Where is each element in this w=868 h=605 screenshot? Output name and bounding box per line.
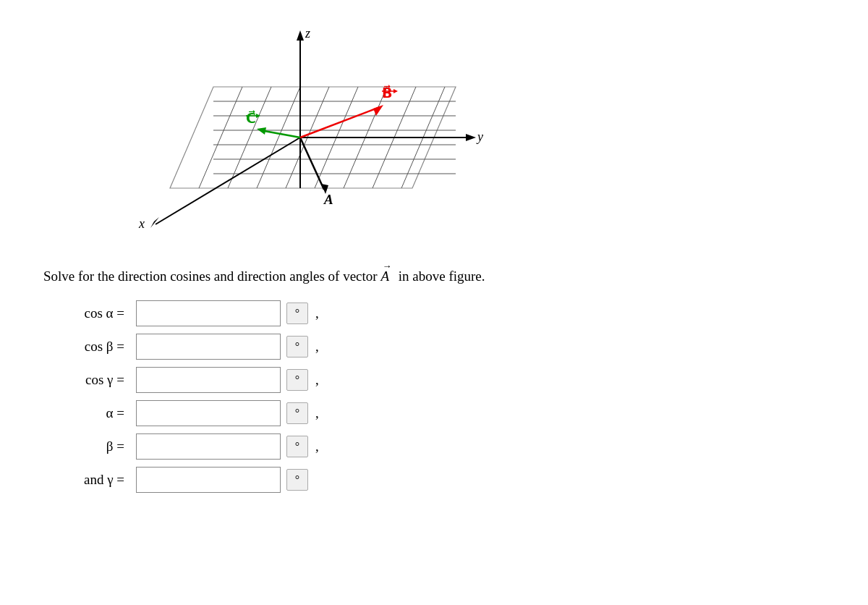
vector-b-label: B⃗	[382, 85, 392, 101]
gamma-input[interactable]	[136, 467, 281, 493]
page-container: z y x A B⃗	[0, 0, 868, 605]
svg-line-8	[228, 87, 271, 188]
alpha-label: α =	[51, 405, 130, 421]
beta-input[interactable]	[136, 433, 281, 460]
svg-marker-18	[466, 134, 476, 141]
cos-beta-label: cos β =	[51, 339, 130, 355]
svg-line-21	[300, 138, 324, 190]
svg-line-7	[199, 87, 242, 188]
figure-area: z y x A B⃗	[101, 22, 506, 246]
alpha-unit-icon[interactable]: °	[286, 402, 308, 424]
svg-marker-26	[393, 89, 398, 93]
3d-coordinate-figure: z y x A B⃗	[101, 22, 506, 246]
svg-line-9	[257, 87, 300, 188]
cos-gamma-label: cos γ =	[51, 372, 130, 388]
problem-text-start: Solve for the direction cosines and dire…	[43, 268, 380, 284]
beta-comma: ,	[315, 439, 319, 454]
cos-beta-unit-icon[interactable]: °	[286, 336, 308, 358]
alpha-comma: ,	[315, 405, 319, 421]
cos-gamma-row: cos γ = ° ,	[51, 367, 825, 393]
alpha-row: α = ° ,	[51, 400, 825, 426]
cos-alpha-comma: ,	[315, 305, 319, 321]
vector-a-label: A	[323, 192, 333, 207]
problem-text-end: in above figure.	[395, 268, 485, 284]
cos-gamma-input[interactable]	[136, 367, 281, 393]
cos-beta-row: cos β = ° ,	[51, 334, 825, 360]
cos-beta-comma: ,	[315, 339, 319, 355]
cos-alpha-unit-icon[interactable]: °	[286, 302, 308, 324]
svg-line-19	[156, 138, 300, 224]
cos-beta-input[interactable]	[136, 334, 281, 360]
beta-label: β =	[51, 439, 130, 454]
cos-alpha-input[interactable]	[136, 300, 281, 326]
vector-c-label: C⃗	[246, 110, 256, 126]
alpha-input[interactable]	[136, 400, 281, 426]
beta-row: β = ° ,	[51, 433, 825, 460]
z-axis-label: z	[305, 26, 310, 41]
y-axis-label: y	[476, 130, 483, 144]
gamma-row: and γ = °	[51, 467, 825, 493]
cos-alpha-label: cos α =	[51, 305, 130, 321]
cos-alpha-row: cos α = ° ,	[51, 300, 825, 326]
problem-statement: Solve for the direction cosines and dire…	[43, 266, 825, 287]
cos-gamma-unit-icon[interactable]: °	[286, 369, 308, 391]
vector-a-math: →A	[380, 266, 389, 287]
cos-gamma-comma: ,	[315, 372, 319, 388]
beta-unit-icon[interactable]: °	[286, 436, 308, 457]
gamma-unit-icon[interactable]: °	[286, 469, 308, 491]
input-section: cos α = ° , cos β = ° , cos γ = ° , α = …	[51, 300, 825, 493]
x-axis-label: x	[138, 216, 145, 231]
svg-marker-16	[297, 30, 304, 41]
svg-line-27	[260, 130, 300, 138]
svg-marker-28	[257, 127, 266, 135]
gamma-label: and γ =	[51, 472, 130, 488]
svg-line-23	[300, 107, 380, 138]
